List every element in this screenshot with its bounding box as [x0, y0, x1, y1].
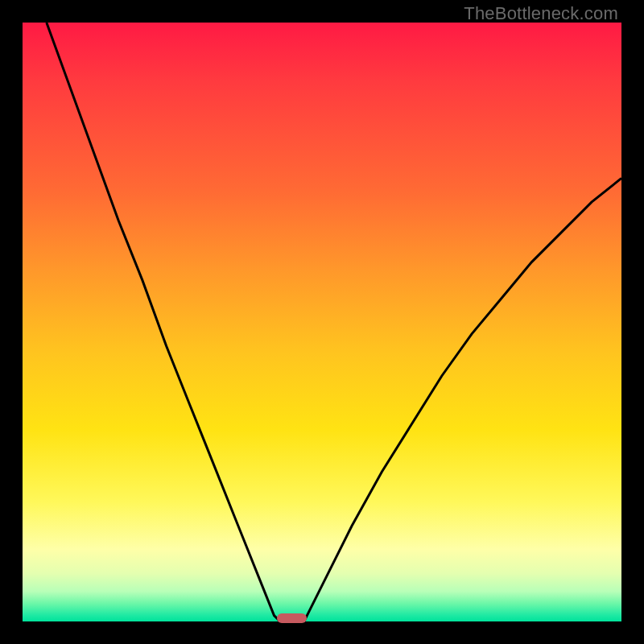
chart-curves [23, 23, 621, 621]
bottleneck-marker [277, 613, 307, 623]
watermark-text: TheBottleneck.com [464, 3, 618, 24]
chart-frame: TheBottleneck.com [0, 0, 644, 644]
curve-right [304, 178, 621, 621]
curve-left [47, 23, 280, 621]
